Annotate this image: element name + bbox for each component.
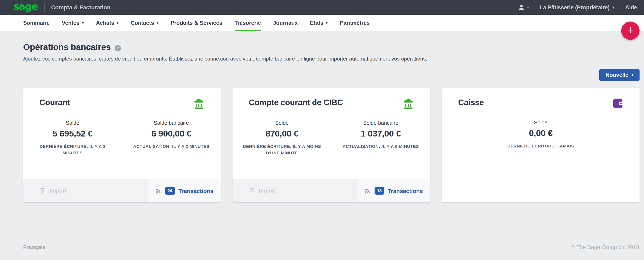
page-title: Opérations bancaires: [23, 42, 111, 52]
plus-icon: +: [627, 25, 634, 36]
account-name: Courant: [39, 98, 70, 107]
account-cards: Courant Solde 5 695,52 € DERNIÈRE ÉCRITU…: [0, 88, 644, 202]
page-footer: Français © The Sage Group plc 2018: [23, 244, 639, 250]
nav-item-contacts[interactable]: Contacts▾: [131, 15, 158, 31]
account-card-caisse: Caisse Solde 0,00 € DERNIÈRE ÉCRITURE: J…: [442, 88, 640, 202]
balance-value: 870,00 €: [232, 129, 331, 139]
nouvelle-button[interactable]: Nouvelle ▾: [599, 69, 640, 81]
upload-icon: [39, 187, 46, 194]
transactions-link[interactable]: Transactions: [178, 187, 214, 194]
wallet-icon: [612, 98, 623, 109]
topbar-right: ▾ La Pâtisserie (Propriétaire) ▾ Aide: [518, 4, 637, 11]
chevron-down-icon: ▾: [632, 73, 634, 77]
balance-value: 5 695,52 €: [23, 129, 122, 139]
chevron-down-icon: ▾: [117, 21, 118, 25]
topbar: sage Compta & Facturation ▾ La Pâtisseri…: [0, 0, 644, 15]
user-menu[interactable]: ▾: [518, 4, 529, 11]
help-icon[interactable]: ?: [115, 45, 121, 51]
nav-item-produits-services[interactable]: Produits & Services: [170, 15, 222, 31]
balance-label: Solde: [232, 120, 331, 126]
nav-item-achats[interactable]: Achats▾: [96, 15, 118, 31]
transactions-button[interactable]: 24 Transactions: [148, 179, 221, 202]
app-window: sage Compta & Facturation ▾ La Pâtisseri…: [0, 0, 644, 260]
bank-balance-note: ACTUALISATION: IL Y A 6 MINUTES: [338, 143, 424, 150]
nav-item-ventes[interactable]: Ventes▾: [62, 15, 84, 31]
transactions-count-badge: 18: [374, 187, 384, 195]
chevron-down-icon: ▾: [82, 21, 84, 25]
main-content: Opérations bancaires ? Ajoutez vos compt…: [0, 31, 644, 202]
account-card-courant: Courant Solde 5 695,52 € DERNIÈRE ÉCRITU…: [23, 88, 221, 202]
user-icon: [518, 4, 525, 11]
bank-balance-note: ACTUALISATION: IL Y A 2 MINUTES: [129, 143, 214, 150]
bank-balance-label: Solde bancaire: [331, 120, 430, 126]
bank-balance-value: 6 900,00 €: [122, 129, 221, 139]
company-name: La Pâtisserie (Propriétaire): [540, 4, 610, 10]
balance-note: DERNIÈRE ÉCRITURE: IL Y A 2 MINUTES: [30, 143, 115, 156]
main-nav: Sommaire Ventes▾ Achats▾ Contacts▾ Produ…: [0, 15, 644, 31]
bank-balance-label: Solde bancaire: [122, 120, 221, 126]
transactions-link[interactable]: Transactions: [388, 187, 423, 194]
upload-icon: [249, 187, 255, 194]
divider: [44, 3, 45, 12]
balance-note: DERNIÈRE ÉCRITURE: IL Y A MOINS D'UNE MI…: [240, 143, 325, 156]
account-name: Caisse: [458, 98, 484, 107]
import-button: Import: [23, 179, 66, 202]
feed-icon: [155, 187, 162, 194]
topbar-left: sage Compta & Facturation: [14, 3, 110, 12]
app-title: Compta & Facturation: [51, 4, 110, 11]
bank-icon: [402, 98, 414, 109]
balance-note: DERNIÈRE ÉCRITURE: JAMAIS: [442, 143, 640, 149]
chevron-down-icon: ▾: [527, 6, 529, 9]
account-card-cibc: Compte courant de CIBC Solde 870,00 € DE…: [232, 88, 430, 202]
chevron-down-icon: ▾: [156, 21, 158, 25]
nav-item-tresorerie[interactable]: Trésorerie: [234, 15, 261, 31]
actions-row: Nouvelle ▾: [0, 69, 644, 81]
company-menu[interactable]: La Pâtisserie (Propriétaire) ▾: [540, 4, 614, 10]
chevron-down-icon: ▾: [326, 21, 328, 25]
chevron-down-icon: ▾: [612, 6, 614, 9]
nav-item-etats[interactable]: Etats▾: [310, 15, 328, 31]
page-subtitle: Ajoutez vos comptes bancaires, cartes de…: [0, 56, 644, 62]
import-button: Import: [232, 179, 276, 202]
account-name: Compte courant de CIBC: [249, 98, 343, 107]
bank-balance-value: 1 037,00 €: [331, 129, 430, 139]
sage-logo[interactable]: sage: [14, 2, 38, 11]
feed-icon: [364, 187, 371, 194]
balance-label: Solde: [442, 119, 640, 126]
copyright: © The Sage Group plc 2018: [571, 244, 639, 250]
page-head: Opérations bancaires ?: [0, 42, 644, 52]
language-selector[interactable]: Français: [23, 244, 46, 250]
transactions-count-badge: 24: [165, 187, 175, 195]
transactions-button[interactable]: 18 Transactions: [358, 179, 430, 202]
nav-item-sommaire[interactable]: Sommaire: [23, 15, 50, 31]
nav-item-journaux[interactable]: Journaux: [273, 15, 298, 31]
help-link[interactable]: Aide: [625, 4, 637, 10]
bank-icon: [193, 98, 204, 109]
nav-item-parametres[interactable]: Paramètres: [340, 15, 370, 31]
balance-value: 0,00 €: [442, 128, 640, 139]
add-fab-button[interactable]: +: [621, 22, 640, 40]
balance-label: Solde: [23, 120, 122, 126]
